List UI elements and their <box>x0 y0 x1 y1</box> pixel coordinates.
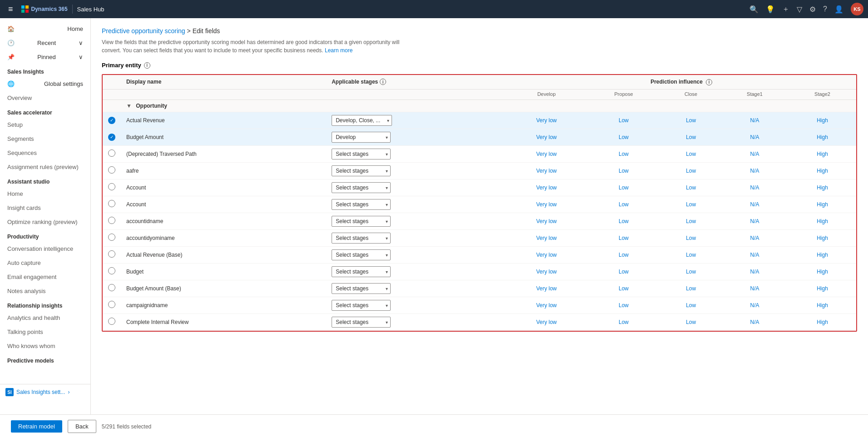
close-influence-link[interactable]: Low <box>686 269 696 275</box>
develop-influence-link[interactable]: Very low <box>536 134 556 140</box>
develop-influence-link[interactable]: Very low <box>536 168 556 174</box>
stage-select-dropdown[interactable]: Select stages <box>332 216 391 227</box>
row-radio[interactable] <box>108 217 115 224</box>
stage2-influence-link[interactable]: High <box>817 134 828 140</box>
sidebar-item-pinned[interactable]: 📌 Pinned ∨ <box>0 50 90 64</box>
stage1-influence-link[interactable]: N/A <box>750 235 759 241</box>
stage2-influence-link[interactable]: High <box>817 168 828 174</box>
close-influence-link[interactable]: Low <box>686 117 696 124</box>
propose-influence-link[interactable]: Low <box>619 285 629 292</box>
stage1-influence-link[interactable]: N/A <box>750 168 759 174</box>
close-influence-link[interactable]: Low <box>686 184 696 191</box>
sales-insights-settings[interactable]: SI Sales Insights sett... › <box>0 384 90 400</box>
sidebar-item-assignment-rules[interactable]: Assignment rules (preview) <box>0 160 90 174</box>
row-radio[interactable] <box>108 267 115 274</box>
sidebar-item-global-settings[interactable]: 🌐 Global settings <box>0 77 90 91</box>
row-radio[interactable] <box>108 318 115 325</box>
row-radio[interactable] <box>108 183 115 190</box>
develop-influence-link[interactable]: Very low <box>536 218 556 224</box>
stage1-influence-link[interactable]: N/A <box>750 117 759 124</box>
sidebar-item-email-engagement[interactable]: Email engagement <box>0 270 90 284</box>
stage-select-dropdown[interactable]: Select stages <box>332 233 391 244</box>
stage2-influence-link[interactable]: High <box>817 285 828 292</box>
stage2-influence-link[interactable]: High <box>817 201 828 208</box>
row-radio[interactable] <box>108 149 115 157</box>
stage2-influence-link[interactable]: High <box>817 218 828 224</box>
develop-influence-link[interactable]: Very low <box>536 319 556 325</box>
stage2-influence-link[interactable]: High <box>817 151 828 157</box>
breadcrumb-link[interactable]: Predictive opportunity scoring <box>102 27 185 35</box>
row-checkbox[interactable]: ✓ <box>108 117 115 124</box>
prediction-influence-info-icon[interactable]: i <box>706 79 712 85</box>
propose-influence-link[interactable]: Low <box>619 184 629 191</box>
close-influence-link[interactable]: Low <box>686 285 696 292</box>
row-checkbox[interactable]: ✓ <box>108 134 115 141</box>
stage1-influence-link[interactable]: N/A <box>750 269 759 275</box>
close-influence-link[interactable]: Low <box>686 235 696 241</box>
lightbulb-icon[interactable]: 💡 <box>766 5 775 14</box>
stage-select-dropdown[interactable]: Select stages <box>332 199 391 210</box>
stage1-influence-link[interactable]: N/A <box>750 319 759 325</box>
stage-select-dropdown[interactable]: Select stages <box>332 182 391 193</box>
propose-influence-link[interactable]: Low <box>619 218 629 224</box>
propose-influence-link[interactable]: Low <box>619 319 629 325</box>
sidebar-item-insight-cards[interactable]: Insight cards <box>0 201 90 215</box>
stage1-influence-link[interactable]: N/A <box>750 252 759 258</box>
help-icon[interactable]: ? <box>823 5 827 13</box>
stage-select-dropdown[interactable]: Develop <box>332 132 391 143</box>
develop-influence-link[interactable]: Very low <box>536 151 556 157</box>
row-radio[interactable] <box>108 301 115 308</box>
sidebar-item-auto-capture[interactable]: Auto capture <box>0 256 90 270</box>
sidebar-item-assist-home[interactable]: Home <box>0 187 90 201</box>
close-influence-link[interactable]: Low <box>686 302 696 309</box>
close-influence-link[interactable]: Low <box>686 218 696 224</box>
settings-icon[interactable]: ⚙ <box>809 5 816 14</box>
stage-select-dropdown[interactable]: Select stages <box>332 165 391 176</box>
develop-influence-link[interactable]: Very low <box>536 184 556 191</box>
back-button[interactable]: Back <box>68 420 96 433</box>
stage1-influence-link[interactable]: N/A <box>750 302 759 309</box>
close-influence-link[interactable]: Low <box>686 168 696 174</box>
stage-select-dropdown[interactable]: Select stages <box>332 283 391 294</box>
stage2-influence-link[interactable]: High <box>817 319 828 325</box>
row-radio[interactable] <box>108 250 115 258</box>
sidebar-item-who-knows-whom[interactable]: Who knows whom <box>0 339 90 353</box>
stage2-influence-link[interactable]: High <box>817 117 828 124</box>
sidebar-item-recent[interactable]: 🕐 Recent ∨ <box>0 36 90 50</box>
person-icon[interactable]: 👤 <box>834 5 843 14</box>
develop-influence-link[interactable]: Very low <box>536 117 556 124</box>
propose-influence-link[interactable]: Low <box>619 134 629 140</box>
sidebar-item-analytics-health[interactable]: Analytics and health <box>0 311 90 325</box>
stage1-influence-link[interactable]: N/A <box>750 201 759 208</box>
propose-influence-link[interactable]: Low <box>619 269 629 275</box>
stage-select-dropdown[interactable]: Develop, Close, ... <box>332 115 392 126</box>
sidebar-item-setup[interactable]: Setup <box>0 118 90 132</box>
develop-influence-link[interactable]: Very low <box>536 252 556 258</box>
learn-more-link[interactable]: Learn more <box>325 47 352 54</box>
stage1-influence-link[interactable]: N/A <box>750 134 759 140</box>
develop-influence-link[interactable]: Very low <box>536 302 556 309</box>
filter-icon[interactable]: ▽ <box>797 5 802 14</box>
hamburger-menu[interactable]: ≡ <box>5 1 17 18</box>
sidebar-item-notes-analysis[interactable]: Notes analysis <box>0 284 90 298</box>
sidebar-item-home[interactable]: 🏠 Home <box>0 22 90 36</box>
stage-select-dropdown[interactable]: Select stages <box>332 266 391 277</box>
stage-select-dropdown[interactable]: Select stages <box>332 317 391 328</box>
search-icon[interactable]: 🔍 <box>749 5 759 14</box>
sidebar-item-sequences[interactable]: Sequences <box>0 146 90 160</box>
plus-icon[interactable]: ＋ <box>782 5 789 14</box>
applicable-stages-info-icon[interactable]: i <box>380 79 386 85</box>
propose-influence-link[interactable]: Low <box>619 168 629 174</box>
stage2-influence-link[interactable]: High <box>817 184 828 191</box>
stage2-influence-link[interactable]: High <box>817 252 828 258</box>
propose-influence-link[interactable]: Low <box>619 235 629 241</box>
stage1-influence-link[interactable]: N/A <box>750 218 759 224</box>
stage1-influence-link[interactable]: N/A <box>750 184 759 191</box>
propose-influence-link[interactable]: Low <box>619 151 629 157</box>
row-radio[interactable] <box>108 200 115 207</box>
develop-influence-link[interactable]: Very low <box>536 285 556 292</box>
row-radio[interactable] <box>108 166 115 174</box>
develop-influence-link[interactable]: Very low <box>536 269 556 275</box>
stage-select-dropdown[interactable]: Select stages <box>332 249 391 260</box>
stage2-influence-link[interactable]: High <box>817 235 828 241</box>
